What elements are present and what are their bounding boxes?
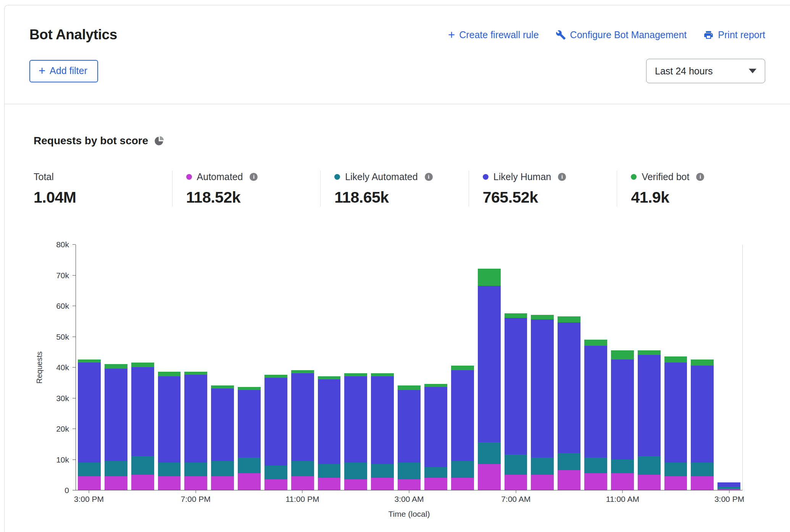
x-tickmark (729, 490, 730, 493)
bar-slot (689, 245, 716, 490)
bar-segment-likely-automated (371, 464, 394, 478)
y-tick-label: 80k (56, 240, 69, 250)
info-icon[interactable] (250, 173, 258, 181)
create-firewall-rule-link[interactable]: + Create firewall rule (448, 29, 539, 41)
stacked-bar[interactable] (78, 360, 101, 490)
stat-likely-human: Likely Human 765.52k (469, 171, 617, 206)
bar-segment-automated (211, 476, 234, 490)
stacked-bar[interactable] (638, 350, 661, 490)
stacked-bar[interactable] (398, 385, 421, 490)
bar-segment-likely-human (424, 387, 447, 467)
bar-segment-likely-human (131, 367, 154, 456)
bar-slot (609, 245, 636, 490)
bar-segment-verified-bot (131, 363, 154, 367)
bar-segment-automated (318, 478, 341, 490)
y-tickmark (73, 459, 76, 460)
stacked-bar[interactable] (344, 373, 367, 490)
bar-slot (263, 245, 289, 490)
stacked-bar[interactable] (558, 316, 580, 490)
bar-segment-likely-automated (78, 463, 101, 476)
info-icon[interactable] (696, 173, 704, 181)
bar-segment-verified-bot (558, 316, 580, 322)
bar-slot (556, 245, 582, 490)
stacked-bar[interactable] (318, 376, 341, 490)
stacked-bar[interactable] (184, 372, 207, 490)
stat-automated: Automated 118.52k (172, 171, 321, 206)
configure-bot-management-label: Configure Bot Management (570, 29, 687, 40)
stacked-bar[interactable] (717, 482, 740, 490)
bar-segment-likely-human (105, 369, 127, 461)
bar-slot (76, 245, 103, 490)
y-tick-label: 50k (56, 332, 69, 342)
bar-segment-verified-bot (691, 360, 714, 366)
stat-likely-human-label: Likely Human (493, 171, 551, 182)
bar-segment-verified-bot (158, 372, 181, 376)
stat-likely-automated-value: 118.65k (334, 189, 469, 206)
bar-segment-likely-automated (184, 463, 207, 476)
bar-slot (182, 245, 209, 490)
bar-segment-automated (611, 473, 634, 490)
y-tick-label: 0 (64, 485, 69, 495)
stacked-bar[interactable] (664, 356, 687, 490)
bar-segment-likely-automated (211, 461, 234, 476)
bar-segment-likely-human (558, 322, 580, 453)
time-range-dropdown[interactable]: Last 24 hours (646, 59, 765, 83)
stacked-bar[interactable] (611, 350, 634, 490)
stacked-bar[interactable] (291, 370, 314, 490)
bar-slot (129, 245, 156, 490)
bar-segment-automated (78, 476, 101, 490)
info-icon[interactable] (558, 173, 566, 181)
stacked-bar[interactable] (371, 373, 394, 490)
bar-slot (396, 245, 422, 490)
stacked-bar[interactable] (478, 269, 501, 490)
stat-automated-label: Automated (197, 171, 243, 182)
bar-segment-verified-bot (105, 364, 127, 369)
bar-segment-likely-automated (318, 464, 341, 478)
x-tick-label: 11:00 AM (606, 495, 639, 504)
stacked-bar[interactable] (424, 384, 447, 490)
stat-total-label: Total (34, 171, 54, 182)
bar-segment-likely-human (211, 389, 234, 461)
y-tickmark (73, 398, 76, 398)
stacked-bar[interactable] (211, 385, 234, 490)
stacked-bar[interactable] (131, 363, 154, 490)
stacked-bar[interactable] (451, 366, 474, 490)
bar-segment-likely-human (638, 355, 661, 456)
print-report-link[interactable]: Print report (703, 29, 765, 40)
bar-segment-automated (424, 478, 447, 490)
stat-verified-bot-label: Verified bot (642, 171, 689, 182)
y-tick-label: 70k (56, 271, 69, 281)
stacked-bar[interactable] (531, 315, 554, 490)
stacked-bar[interactable] (238, 387, 261, 490)
x-tick-label: 3:00 PM (74, 495, 104, 504)
bar-segment-likely-human (664, 363, 687, 463)
stacked-bar[interactable] (158, 372, 181, 490)
bar-segment-verified-bot (398, 385, 421, 390)
stacked-bar[interactable] (691, 360, 714, 490)
stacked-bar[interactable] (505, 313, 527, 490)
bar-slot (156, 245, 183, 490)
bar-segment-verified-bot (291, 370, 314, 373)
configure-bot-management-link[interactable]: Configure Bot Management (556, 29, 687, 40)
bar-segment-likely-human (584, 346, 607, 458)
bar-segment-likely-automated (158, 463, 181, 476)
bar-segment-likely-human (451, 370, 474, 461)
printer-icon (703, 30, 714, 40)
stacked-bar[interactable] (264, 375, 287, 490)
stacked-bar[interactable] (584, 340, 607, 490)
bot-analytics-card: Bot Analytics + Create firewall rule Con… (4, 5, 790, 532)
x-tickmark (195, 490, 196, 493)
stacked-bar[interactable] (105, 364, 127, 490)
bar-segment-verified-bot (344, 373, 367, 376)
bar-segment-likely-automated (611, 459, 634, 473)
x-tick-label: 3:00 PM (714, 495, 744, 504)
bar-segment-likely-automated (424, 467, 447, 478)
bar-slot (449, 245, 476, 490)
info-icon[interactable] (425, 173, 433, 181)
bar-segment-likely-automated (664, 463, 687, 476)
x-axis: 3:00 PM7:00 PM11:00 PM3:00 AM7:00 AM11:0… (76, 490, 743, 508)
add-filter-button[interactable]: + Add filter (29, 60, 98, 82)
x-tick-label: 7:00 AM (501, 495, 530, 504)
bar-segment-automated (451, 478, 474, 490)
y-tick-label: 30k (56, 393, 69, 403)
